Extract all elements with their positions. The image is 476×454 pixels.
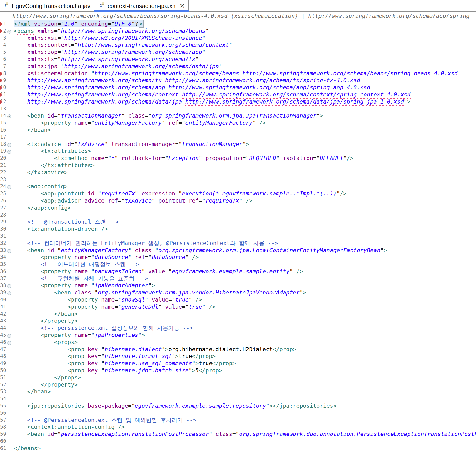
syntax-segment xyxy=(138,190,142,197)
syntax-segment: =" xyxy=(108,20,115,27)
code-line[interactable]: 33− <bean id="entityManagerFactory" clas… xyxy=(0,247,476,254)
code-line[interactable]: 21 </tx:attributes> xyxy=(0,162,476,169)
code-line[interactable]: 37 <!-- 구현체별 자체 기능을 표준화 --> xyxy=(0,275,476,282)
fold-toggle-icon[interactable]: − xyxy=(7,143,11,147)
syntax-segment: =" xyxy=(88,254,94,260)
syntax-segment: hibernate.dialect xyxy=(105,346,162,353)
syntax-segment: transaction-manager xyxy=(111,141,175,147)
fold-toggle-icon[interactable]: − xyxy=(7,341,11,345)
code-line[interactable]: 52 </property> xyxy=(0,381,476,388)
fold-toggle-icon[interactable]: − xyxy=(7,334,11,338)
code-line[interactable]: 41 <property name="generateDdl" value="t… xyxy=(0,303,476,310)
code-line[interactable]: 46− <props> xyxy=(0,339,476,346)
code-line[interactable]: 13 xyxy=(0,106,476,113)
close-icon[interactable]: ✕ xyxy=(179,3,185,9)
code-line[interactable]: 34 <property name="dataSource" ref="data… xyxy=(0,254,476,261)
code-line[interactable]: 39− <bean class="org.springframework.orm… xyxy=(0,289,476,296)
code-line[interactable]: 40 <property name="showSql" value="true"… xyxy=(0,296,476,303)
code-area[interactable]: 1<?xml version="1.0" encoding="UTF-8"?>2… xyxy=(0,20,476,452)
fold-toggle-icon[interactable]: − xyxy=(7,30,11,34)
code-line[interactable]: 11 http://www.springframework.org/schema… xyxy=(0,91,476,98)
code-line[interactable]: 45− <property name="jpaProperties"> xyxy=(0,332,476,339)
code-line[interactable]: 10 http://www.springframework.org/schema… xyxy=(0,84,476,91)
code-line[interactable]: 51 </props> xyxy=(0,374,476,381)
code-text: <!-- @Transactional 스캔 --> xyxy=(14,219,119,225)
code-line[interactable]: 26 <aop:advisor advice-ref="txAdvice" po… xyxy=(0,197,476,204)
code-line[interactable]: 55 <jpa:repositories base-package="egovf… xyxy=(0,402,476,410)
code-line[interactable]: 32 <!-- 컨테이너가 관리하는 EntityManager 생성, @Pe… xyxy=(0,240,476,247)
code-line[interactable]: 44 <!-- persistence.xml 설정정보와 함께 사용가능 --… xyxy=(0,325,476,332)
code-line[interactable]: 17 xyxy=(0,134,476,141)
line-number: 43 xyxy=(0,318,6,325)
code-line[interactable]: 5 xmlns:aop="http://www.springframework.… xyxy=(0,49,476,56)
syntax-segment: " xyxy=(74,20,78,27)
code-line[interactable]: 50 <prop key="hibernate.jdbc.batch_size"… xyxy=(0,367,476,374)
code-line[interactable]: 49 <prop key="hibernate.use_sql_comments… xyxy=(0,360,476,367)
syntax-segment: > xyxy=(303,289,306,296)
code-line[interactable]: 16 </bean> xyxy=(0,127,476,134)
fold-toggle-icon[interactable]: − xyxy=(7,291,11,295)
code-line[interactable]: 43 </property> xyxy=(0,318,476,325)
syntax-segment xyxy=(71,332,74,338)
code-line[interactable]: 35 <!-- 어노테이션 매핑정보 스캔 --> xyxy=(0,261,476,268)
code-line[interactable]: 8 xsi:schemaLocation="http://www.springf… xyxy=(0,70,476,77)
code-line[interactable]: 20 <tx:method name="*" rollback-for="Exc… xyxy=(0,155,476,162)
code-line[interactable]: 47 <prop key="hibernate.dialect">org.hib… xyxy=(0,346,476,353)
code-line[interactable]: 1<?xml version="1.0" encoding="UTF-8"?> xyxy=(0,20,476,28)
code-line[interactable]: 22 </tx:advice> xyxy=(0,169,476,176)
code-line[interactable]: 60 xyxy=(0,438,476,445)
code-line[interactable]: 9 http://www.springframework.org/schema/… xyxy=(0,77,476,84)
code-line[interactable]: 42 </bean> xyxy=(0,310,476,318)
code-line[interactable]: 59 <bean id="persistenceExceptionTransla… xyxy=(0,431,476,438)
code-line[interactable]: 19− <tx:attributes> xyxy=(0,148,476,155)
code-line[interactable]: 57 <!-- @PersistenceContext 스캔 및 예외변환 후처… xyxy=(0,417,476,424)
code-line[interactable]: 31 xyxy=(0,233,476,240)
code-line[interactable]: 6 xmlns:tx="http://www.springframework.o… xyxy=(0,56,476,63)
syntax-segment: =" xyxy=(98,367,105,374)
code-line[interactable]: 4 xmlns:context="http://www.springframew… xyxy=(0,42,476,49)
syntax-segment: =" xyxy=(105,155,111,161)
syntax-segment: base-package xyxy=(88,402,128,409)
syntax-segment: =" xyxy=(88,70,94,77)
code-line[interactable]: 24− <aop:config> xyxy=(0,183,476,190)
tab-egovconfigtransactionjta-java[interactable]: J EgovConfigTransactionJta.java xyxy=(0,0,94,11)
syntax-segment xyxy=(14,353,68,359)
code-line[interactable]: 15 <property name="entityManagerFactory"… xyxy=(0,120,476,127)
code-line[interactable]: 27 </aop:config> xyxy=(0,204,476,212)
code-line[interactable]: 61</beans> xyxy=(0,445,476,452)
syntax-segment xyxy=(14,381,41,388)
code-line[interactable]: 58 <context:annotation-config /> xyxy=(0,424,476,431)
code-line[interactable]: 12 http://www.springframework.org/schema… xyxy=(0,98,476,106)
syntax-segment: <tx:advice xyxy=(27,141,61,147)
syntax-segment: <aop:pointcut xyxy=(41,190,84,197)
code-line[interactable]: 54 xyxy=(0,395,476,402)
fold-toggle-icon[interactable]: − xyxy=(7,114,11,119)
syntax-segment xyxy=(14,268,41,275)
code-line[interactable]: 25 <aop:pointcut id="requiredTx" express… xyxy=(0,190,476,197)
code-line[interactable]: 7 xmlns:jpa="http://www.springframework.… xyxy=(0,63,476,70)
code-line[interactable]: 23 xyxy=(0,176,476,183)
line-number: 23 xyxy=(0,176,6,183)
syntax-segment: /> xyxy=(347,155,353,161)
fold-toggle-icon[interactable]: − xyxy=(7,185,11,189)
code-line[interactable]: 14− <bean id="transactionManager" class=… xyxy=(0,112,476,120)
code-line[interactable]: 38− <property name="jpaVendorAdapter"> xyxy=(0,282,476,289)
code-line[interactable]: 29 <!-- @Transactional 스캔 --> xyxy=(0,219,476,226)
code-line[interactable]: 56 xyxy=(0,410,476,417)
syntax-segment xyxy=(148,296,152,303)
code-line[interactable]: 53 </bean> xyxy=(0,388,476,395)
code-line[interactable]: 48 <prop key="hibernate.format_sql">true… xyxy=(0,353,476,360)
code-line[interactable]: 2−<beans xmlns="http://www.springframewo… xyxy=(0,28,476,35)
code-line[interactable]: 3 xmlns:xsi="http://www.w3.org/2001/XMLS… xyxy=(0,35,476,42)
syntax-segment: " xyxy=(172,353,175,359)
code-line[interactable]: 18− <tx:advice id="txAdvice" transaction… xyxy=(0,141,476,148)
syntax-segment: =" xyxy=(182,303,188,310)
code-line[interactable]: 30 <tx:annotation-driven /> xyxy=(0,226,476,233)
fold-toggle-icon[interactable]: − xyxy=(7,284,11,288)
code-line[interactable]: 28 xyxy=(0,212,476,219)
tab-context-transaction-jpa-xml[interactable]: X context-transaction-jpa.xml ✕ xyxy=(94,0,189,11)
code-line[interactable]: 36 <property name="packagesToScan" value… xyxy=(0,268,476,275)
code-text: xmlns:context="http://www.springframewor… xyxy=(14,42,232,48)
fold-toggle-icon[interactable]: − xyxy=(7,249,11,253)
fold-toggle-icon[interactable]: − xyxy=(7,150,11,154)
